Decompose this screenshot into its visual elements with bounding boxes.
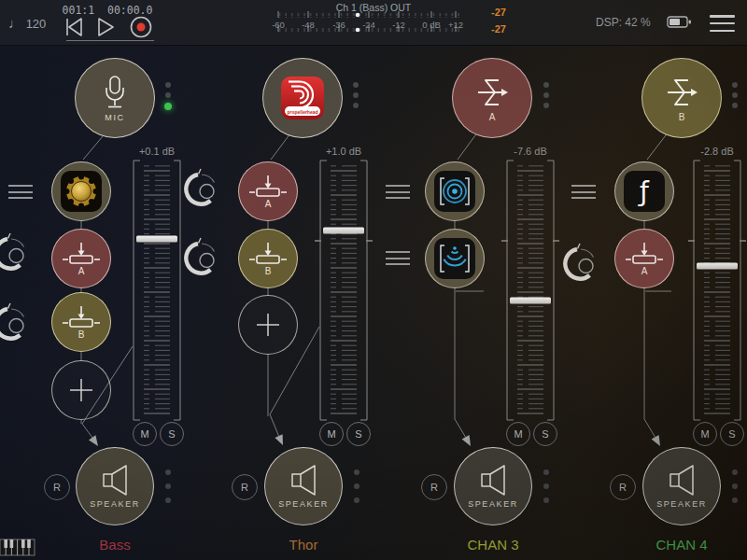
peak-readout-right: -27 — [474, 23, 506, 35]
send-node-a[interactable]: A — [51, 229, 111, 288]
output-node-speaker[interactable]: SPEAKER — [642, 447, 721, 525]
piano-icon[interactable] — [0, 539, 37, 557]
add-node-button[interactable] — [238, 295, 298, 355]
effect-node-gold-knob[interactable] — [51, 161, 111, 221]
channel-name[interactable]: CHAN 4 — [607, 537, 747, 553]
fader-handle — [510, 298, 551, 304]
skip-to-start-button[interactable] — [63, 17, 84, 37]
propellerhead-app-icon: propellerhead — [281, 77, 324, 119]
status-dot — [165, 92, 171, 98]
send-level-knob[interactable] — [179, 167, 224, 212]
status-dot — [732, 103, 738, 108]
status-dot — [354, 483, 359, 489]
record-arm-button[interactable]: R — [421, 474, 447, 500]
channel-name[interactable]: CHAN 3 — [418, 537, 568, 553]
app-banner-label: propellerhead — [288, 109, 318, 115]
output-label: SPEAKER — [278, 499, 329, 509]
gold-knob-app-icon — [61, 171, 102, 212]
status-dot — [732, 483, 738, 489]
send-node-b[interactable]: B — [238, 229, 298, 288]
send-icon — [63, 241, 100, 265]
add-icon — [254, 311, 282, 339]
aum-mixer-app: ♩ 120 001:1 00:00.0 Ch 1 (Bass) OUT — [0, 0, 747, 560]
send-icon — [626, 241, 663, 265]
channel-name[interactable]: Thor — [229, 537, 378, 553]
effect-node-blue-target[interactable] — [425, 161, 485, 221]
output-label: SPEAKER — [656, 499, 707, 509]
mute-button[interactable]: M — [133, 422, 157, 446]
svg-text:ƒ: ƒ — [638, 176, 650, 207]
send-level-knob[interactable] — [0, 231, 34, 276]
volume-fader[interactable] — [686, 145, 747, 434]
status-dot — [732, 497, 738, 503]
send-node-a[interactable]: A — [238, 161, 298, 221]
status-dot — [543, 483, 549, 489]
status-dot — [543, 497, 549, 503]
meter-peak-dot-right — [356, 28, 360, 33]
send-node-b[interactable]: B — [51, 292, 111, 352]
source-node-bus-a[interactable]: A — [452, 58, 532, 138]
solo-button[interactable]: S — [720, 422, 744, 446]
mute-button[interactable]: M — [693, 422, 717, 446]
effect-drag-handle[interactable] — [8, 185, 33, 199]
volume-fader[interactable] — [313, 145, 374, 434]
output-node-speaker[interactable]: SPEAKER — [76, 447, 154, 525]
peak-readout-left: -27 — [474, 7, 506, 18]
record-arm-button[interactable]: R — [232, 474, 258, 500]
send-label: B — [265, 266, 272, 276]
solo-button[interactable]: S — [533, 422, 557, 446]
fader-handle — [697, 263, 738, 270]
add-node-button[interactable] — [51, 360, 111, 420]
status-dot — [354, 469, 359, 475]
tempo-control[interactable]: ♩ 120 — [8, 15, 46, 31]
send-label: B — [78, 329, 85, 340]
meter-tick: -60 — [272, 20, 285, 30]
status-dot — [165, 82, 171, 88]
record-arm-button[interactable]: R — [44, 474, 70, 500]
send-label: A — [78, 266, 85, 276]
fader-handle — [323, 228, 364, 234]
send-icon — [249, 174, 287, 198]
output-node-speaker[interactable]: SPEAKER — [454, 447, 532, 525]
solo-button[interactable]: S — [346, 422, 371, 446]
record-arm-button[interactable]: R — [610, 474, 636, 500]
source-node-bus-b[interactable]: B — [641, 58, 722, 138]
speaker-icon — [288, 464, 319, 497]
source-label: MIC — [105, 113, 124, 122]
tempo-value: 120 — [26, 17, 47, 31]
output-node-speaker[interactable]: SPEAKER — [264, 447, 343, 525]
effect-node-blue-waves[interactable] — [425, 229, 485, 288]
meter-tick: +12 — [448, 20, 463, 30]
main-menu-button[interactable] — [710, 15, 735, 32]
status-dot — [353, 82, 359, 88]
tempo-note-icon: ♩ — [8, 15, 22, 31]
source-node-app[interactable]: propellerhead — [262, 58, 343, 138]
effect-node-f[interactable]: ƒ — [614, 161, 674, 221]
mute-button[interactable]: M — [319, 422, 344, 446]
status-dot — [353, 92, 359, 98]
effect-drag-handle[interactable] — [386, 185, 410, 199]
add-icon — [67, 376, 95, 404]
source-node-mic[interactable]: MIC — [75, 58, 155, 138]
output-label: SPEAKER — [90, 499, 140, 509]
send-level-knob[interactable] — [0, 301, 34, 346]
blue-waves-app-icon — [434, 238, 475, 279]
send-level-knob[interactable] — [558, 242, 603, 287]
effect-drag-handle[interactable] — [386, 251, 410, 265]
record-button[interactable] — [128, 14, 154, 40]
volume-fader[interactable] — [500, 145, 561, 434]
status-dot — [165, 497, 171, 503]
solo-button[interactable]: S — [160, 422, 184, 446]
channel-name[interactable]: Bass — [40, 537, 190, 553]
effect-drag-handle[interactable] — [571, 185, 596, 199]
send-node-a[interactable]: A — [614, 229, 674, 288]
play-button[interactable] — [95, 17, 116, 37]
mic-icon — [96, 74, 134, 111]
send-icon — [249, 241, 287, 265]
status-dot — [543, 103, 549, 108]
status-dot — [354, 497, 359, 503]
mute-button[interactable]: M — [506, 422, 530, 446]
source-label: B — [679, 112, 685, 122]
source-label: A — [489, 112, 496, 122]
send-level-knob[interactable] — [179, 236, 224, 281]
